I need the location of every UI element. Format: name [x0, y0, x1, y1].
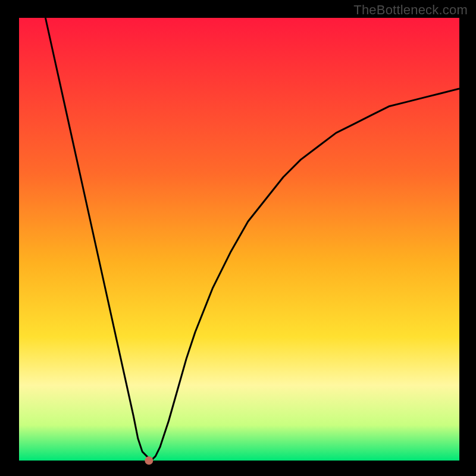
- optimal-marker: [145, 456, 153, 465]
- plot-background: [19, 18, 459, 461]
- bottleneck-chart: [0, 0, 476, 476]
- chart-stage: TheBottleneck.com: [0, 0, 476, 476]
- watermark-label: TheBottleneck.com: [353, 2, 468, 18]
